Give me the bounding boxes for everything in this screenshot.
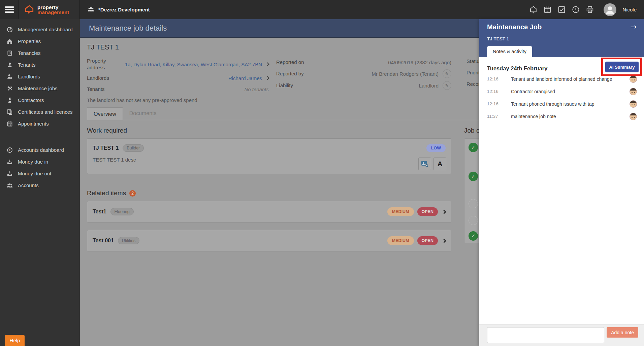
note-row[interactable]: 12:16 Tenant and landlord informed of pl… <box>479 73 644 85</box>
work-required-heading: Work required <box>87 127 127 134</box>
reported-on-label: Reported on <box>276 59 313 66</box>
workspace-selector[interactable]: *Dezrez Development <box>87 6 150 13</box>
group-icon <box>7 182 13 188</box>
pre-approved-spend-note: The landlord has not set any pre-approve… <box>87 97 197 103</box>
user-name[interactable]: Nicole <box>622 7 637 12</box>
chevron-right-icon <box>442 210 446 214</box>
priority-badge-medium: MEDIUM <box>387 207 414 216</box>
user-avatar[interactable] <box>604 3 616 16</box>
priority-badge-medium: MEDIUM <box>387 236 414 245</box>
liability-label: Liability <box>276 82 313 89</box>
related-items-count-badge: 2 <box>129 190 136 197</box>
note-row[interactable]: 12:16 Contractor orangised <box>479 85 644 98</box>
tenants-label: Tenants <box>87 86 121 93</box>
note-author-avatar <box>630 113 637 120</box>
notes-panel-body: Tuesday 24th February AI Summary 12:16 T… <box>479 57 644 324</box>
related-item-row[interactable]: Test 001 Utilities MEDIUM OPEN <box>87 230 451 251</box>
top-bar: property management *Dezrez Development … <box>0 0 644 19</box>
ai-summary-button[interactable]: AI Summary <box>605 62 639 72</box>
add-note-footer: Add a note <box>479 324 644 346</box>
checklist-step-pending-icon[interactable] <box>469 199 478 208</box>
note-input[interactable] <box>487 327 604 343</box>
contractor-icon <box>7 97 13 103</box>
collapse-panel-arrow-icon[interactable]: → <box>631 23 637 31</box>
note-author-avatar <box>630 75 637 83</box>
sidebar-item-appointments[interactable]: Appointments <box>0 118 80 130</box>
sidebar-item-properties[interactable]: Properties <box>0 35 80 47</box>
group-icon <box>87 6 95 13</box>
related-item-category-badge: Flooring <box>110 208 134 215</box>
edit-liability-button[interactable]: ✎ <box>443 81 451 90</box>
related-item-category-badge: Utilities <box>118 237 139 244</box>
sidebar-item-certificates[interactable]: Certificates and licences <box>0 106 80 118</box>
help-button[interactable]: Help <box>5 335 25 346</box>
note-author-avatar <box>630 88 637 95</box>
checklist-step-done-icon[interactable]: ✓ <box>469 231 478 241</box>
hamburger-menu-button[interactable] <box>0 0 19 19</box>
notes-list: 12:16 Tenant and landlord informed of pl… <box>479 73 644 123</box>
sidebar-item-accounts-dashboard[interactable]: € Accounts dashboard <box>0 144 80 156</box>
tray-arrow-down-icon <box>7 159 13 165</box>
status-badge-open: OPEN <box>417 236 438 245</box>
sidebar-item-tenancies[interactable]: Tenancies <box>0 47 80 59</box>
landlords-link[interactable]: Richard James <box>121 75 269 81</box>
panel-title: Maintenance Job <box>487 23 542 31</box>
chevron-right-icon <box>442 239 446 243</box>
note-row[interactable]: 11:37 maintenance job note <box>479 110 644 123</box>
status-badge-open: OPEN <box>417 207 438 216</box>
property-address-label: Property address <box>87 58 121 71</box>
sidebar-item-maintenance-jobs[interactable]: Maintenance jobs <box>0 82 80 94</box>
tab-documents[interactable]: Documents <box>123 107 163 120</box>
maintenance-job-panel: Maintenance Job → TJ TEST 1 Notes & acti… <box>479 19 644 346</box>
notes-date-heading: Tuesday 24th February <box>487 65 547 72</box>
note-time: 12:16 <box>487 89 511 94</box>
sidebar-item-money-due-out[interactable]: Money due out <box>0 168 80 179</box>
panel-header: Maintenance Job → TJ TEST 1 Notes & acti… <box>479 19 644 57</box>
house-icon <box>7 38 13 44</box>
sidebar-item-landlords[interactable]: Landlords <box>0 71 80 82</box>
text-note-button[interactable]: A <box>433 158 446 170</box>
tools-icon <box>7 85 13 92</box>
work-item-title: TJ TEST 1 <box>93 145 119 151</box>
add-photo-button[interactable] <box>418 158 431 170</box>
hamburger-icon <box>5 5 14 14</box>
tasks-checkbox-icon[interactable] <box>557 5 566 14</box>
sidebar-item-contractors[interactable]: Contractors <box>0 94 80 106</box>
app-logo[interactable]: property management <box>19 0 80 19</box>
note-author-avatar <box>630 100 637 108</box>
workspace-name: *Dezrez Development <box>98 7 150 12</box>
note-row[interactable]: 12:16 Tennant phoned through issues with… <box>479 98 644 110</box>
sidebar-item-money-due-in[interactable]: Money due in <box>0 156 80 168</box>
checklist-step-done-icon[interactable]: ✓ <box>469 143 478 152</box>
note-text: Tennant phoned through issues with tap <box>511 101 630 107</box>
liability-value: Landlord ✎ <box>313 81 451 90</box>
euro-circle-icon: € <box>7 147 13 153</box>
sidebar-item-tenants[interactable]: Tenants <box>0 59 80 71</box>
tab-notes-activity[interactable]: Notes & activity <box>487 46 532 57</box>
sidebar-nav: Management dashboard Properties Tenancie… <box>0 19 80 346</box>
checklist-step-pending-icon[interactable] <box>469 216 478 225</box>
panel-subtitle: TJ TEST 1 <box>487 36 509 41</box>
home-chat-icon[interactable] <box>529 5 538 14</box>
sidebar-item-accounts[interactable]: Accounts <box>0 179 80 191</box>
person-icon <box>7 62 13 68</box>
checklist-step-done-icon[interactable]: ✓ <box>469 172 478 181</box>
tenants-value: No tenants <box>121 86 269 92</box>
chevron-right-icon <box>265 62 269 66</box>
add-note-button[interactable]: Add a note <box>607 327 638 338</box>
sidebar-item-management-dashboard[interactable]: Management dashboard <box>0 24 80 35</box>
brand-text: property management <box>37 5 69 15</box>
related-item-row[interactable]: Test1 Flooring MEDIUM OPEN <box>87 201 451 222</box>
note-text: Tenant and landlord informed of planned … <box>511 76 630 82</box>
landlords-label: Landlords <box>87 75 121 81</box>
calendar-icon[interactable] <box>543 5 552 14</box>
property-address-link[interactable]: 1a, Dylan Road, Killay, Swansea, West Gl… <box>121 62 269 67</box>
reported-by-value: Mr Brendan Rodgers (Tenant) ✎ <box>313 69 451 78</box>
edit-reported-by-button[interactable]: ✎ <box>443 69 451 78</box>
reported-by-label: Reported by <box>276 70 313 77</box>
add-image-icon <box>421 160 429 168</box>
print-icon[interactable] <box>585 5 594 14</box>
tab-overview[interactable]: Overview <box>87 107 123 120</box>
alerts-icon[interactable] <box>571 5 580 14</box>
person-plus-icon <box>7 74 13 80</box>
